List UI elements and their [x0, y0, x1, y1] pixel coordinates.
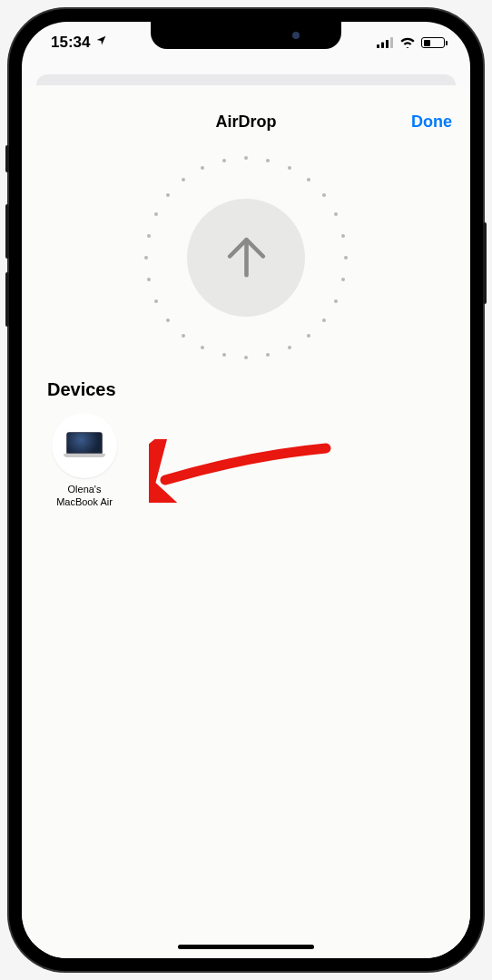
- sheet-title: AirDrop: [216, 113, 277, 132]
- power-button: [483, 222, 487, 304]
- radar-center-circle: [187, 199, 305, 317]
- done-button[interactable]: Done: [411, 113, 452, 132]
- airdrop-radar: [22, 140, 470, 376]
- cellular-signal-icon: [377, 37, 394, 48]
- status-time: 15:34: [51, 34, 90, 52]
- notch: [151, 22, 341, 49]
- svg-rect-0: [377, 44, 379, 48]
- svg-rect-2: [386, 40, 389, 48]
- screen: 15:34: [22, 22, 470, 958]
- macbook-icon: [64, 432, 105, 459]
- arrow-up-icon: [221, 231, 271, 285]
- svg-rect-1: [381, 43, 384, 49]
- phone-frame: 15:34: [9, 9, 483, 971]
- devices-section-label: Devices: [22, 379, 470, 400]
- volume-up-button: [5, 204, 9, 259]
- sheet-header: AirDrop Done: [22, 103, 470, 140]
- wifi-icon: [399, 37, 416, 48]
- location-icon: [95, 34, 107, 49]
- airdrop-sheet: AirDrop Done Devices: [22, 85, 470, 958]
- svg-rect-3: [390, 37, 393, 48]
- device-item[interactable]: Olena's MacBook Air: [47, 413, 122, 509]
- volume-down-button: [5, 272, 9, 327]
- silence-switch: [5, 145, 9, 172]
- device-label: Olena's MacBook Air: [56, 484, 113, 509]
- front-camera-icon: [292, 32, 300, 39]
- home-indicator[interactable]: [178, 945, 314, 949]
- radar-ring: [142, 153, 350, 362]
- devices-list: Olena's MacBook Air: [22, 400, 470, 522]
- device-avatar: [52, 413, 117, 478]
- battery-icon: [421, 37, 445, 48]
